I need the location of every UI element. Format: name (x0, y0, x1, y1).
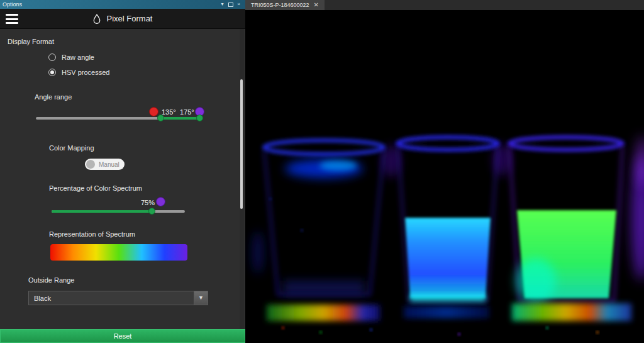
panel-header: Pixel Format (0, 9, 245, 29)
viewer-tab-label: TRI050S-P-184600022 (251, 2, 309, 8)
percentage-handle-dot[interactable] (156, 197, 165, 206)
angle-high-value: 175° (180, 108, 194, 116)
image-viewer-panel: TRI050S-P-184600022 ✕ (245, 0, 644, 343)
angle-low-value: 135° (162, 108, 176, 116)
percentage-label: Percentage of Color Spectrum (49, 184, 142, 192)
float-window-icon[interactable] (226, 1, 235, 8)
tab-close-icon[interactable]: ✕ (314, 2, 319, 8)
radio-hsv-processed-circle[interactable] (48, 69, 56, 76)
outside-range-label: Outside Range (28, 276, 74, 284)
options-content: Display Format Raw angle HSV processed A… (0, 29, 245, 329)
chevron-down-icon[interactable]: ▼ (194, 291, 208, 305)
display-format-label: Display Format (8, 38, 54, 45)
app-window: Options ▾ × Pixel Format Display Format … (0, 0, 644, 343)
droplet-icon (93, 14, 101, 24)
radio-hsv-processed[interactable]: HSV processed (48, 69, 109, 76)
toggle-knob[interactable] (86, 160, 95, 169)
angle-range-fill (161, 117, 201, 120)
angle-high-slider-handle[interactable] (196, 115, 203, 121)
manual-toggle[interactable]: Manual (85, 159, 125, 170)
close-icon[interactable]: × (235, 1, 243, 8)
spectrum-label: Representation of Spectrum (49, 230, 135, 238)
toggle-label: Manual (99, 161, 119, 168)
hamburger-menu-icon[interactable] (6, 14, 18, 24)
spectrum-gradient-bar (50, 244, 187, 261)
reset-button[interactable]: Reset (0, 329, 245, 343)
radio-hsv-processed-label: HSV processed (62, 69, 109, 76)
viewer-tab[interactable]: TRI050S-P-184600022 ✕ (245, 0, 325, 10)
angle-low-slider-handle[interactable] (157, 115, 164, 121)
outside-range-dropdown[interactable]: Black ▼ (28, 291, 208, 305)
angle-low-handle-dot[interactable] (149, 107, 158, 116)
percentage-slider-handle[interactable] (148, 208, 155, 215)
options-window: Options ▾ × Pixel Format Display Format … (0, 0, 245, 343)
panel-scrollbar-thumb[interactable] (240, 79, 243, 209)
percentage-fill (52, 210, 152, 213)
hsv-processed-image (245, 10, 644, 343)
viewer-tabbar: TRI050S-P-184600022 ✕ (245, 0, 644, 10)
radio-raw-angle-circle[interactable] (48, 53, 56, 61)
window-title: Options (3, 1, 22, 8)
pin-icon[interactable]: ▾ (218, 1, 226, 8)
percentage-value: 75% (141, 199, 155, 206)
header-title-wrap: Pixel Format (93, 14, 153, 24)
radio-raw-angle-label: Raw angle (62, 53, 94, 61)
options-titlebar[interactable]: Options ▾ × (0, 0, 245, 9)
radio-raw-angle[interactable]: Raw angle (48, 53, 94, 61)
outside-range-value: Black (29, 295, 194, 302)
hsv-image-canvas[interactable] (245, 10, 644, 343)
color-mapping-label: Color Mapping (49, 144, 94, 152)
angle-range-label: Angle range (35, 93, 72, 101)
panel-scrollbar[interactable] (240, 29, 244, 329)
page-title: Pixel Format (107, 14, 153, 23)
